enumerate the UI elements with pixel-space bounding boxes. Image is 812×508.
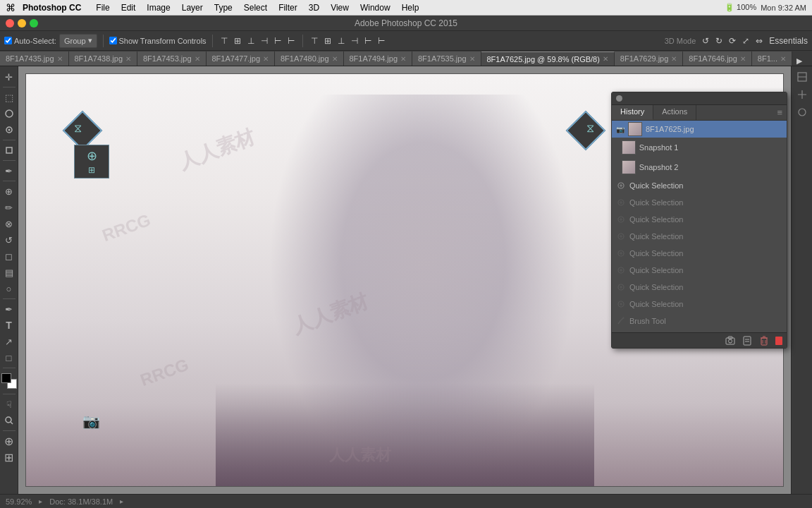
maximize-button[interactable] <box>30 19 38 28</box>
tab-4[interactable]: 8F1A7480.jpg ✕ <box>275 52 344 66</box>
3d-icon-5[interactable]: ⇔ <box>753 35 765 47</box>
panel-title-bar[interactable] <box>612 92 787 105</box>
shape-tool[interactable]: □ <box>1 350 17 365</box>
zoom-tool[interactable] <box>1 413 17 428</box>
history-item-qs4[interactable]: Quick Selection <box>612 228 787 245</box>
brush-tool[interactable]: ✏ <box>1 200 17 215</box>
menu-view[interactable]: View <box>326 1 354 14</box>
panel-icon-3[interactable] <box>794 104 810 120</box>
menu-select[interactable]: Select <box>239 1 272 14</box>
tab-close-1[interactable]: ✕ <box>125 55 131 63</box>
eyedropper-tool[interactable]: ✒ <box>1 163 17 179</box>
history-item-qs8[interactable]: Quick Selection <box>612 296 787 313</box>
history-item-qs7[interactable]: Quick Selection <box>612 279 787 296</box>
extra-tools[interactable]: ⊕ <box>1 433 17 449</box>
actions-tab[interactable]: Actions <box>653 105 696 120</box>
align-vcenter-icon[interactable]: ⊞ <box>232 35 243 47</box>
gradient-tool[interactable]: ▤ <box>1 265 17 280</box>
align-bottom-icon[interactable]: ⊥ <box>245 35 257 47</box>
tab-close-3[interactable]: ✕ <box>263 55 269 63</box>
clone-tool[interactable]: ⊗ <box>1 216 17 231</box>
history-tab[interactable]: History <box>612 105 653 120</box>
tab-6[interactable]: 8F1A7535.jpg ✕ <box>412 52 481 66</box>
tab-close-2[interactable]: ✕ <box>195 55 200 63</box>
tab-9[interactable]: 8F1A7646.jpg ✕ <box>683 52 752 66</box>
rotate-view[interactable]: ⊞ <box>1 449 17 465</box>
path-select-tool[interactable]: ↗ <box>1 334 17 349</box>
distrib-3[interactable]: ⊥ <box>336 35 347 47</box>
tabs-overflow-button[interactable]: ▶ <box>792 56 806 66</box>
distrib-6[interactable]: ⊢ <box>376 35 387 47</box>
align-hcenter-icon[interactable]: ⊢ <box>272 35 283 47</box>
create-snapshot-button[interactable] <box>725 335 736 346</box>
menu-image[interactable]: Image <box>142 1 175 14</box>
pen-tool[interactable]: ✒ <box>1 301 17 317</box>
menu-window[interactable]: Window <box>355 1 395 14</box>
history-item-qs1[interactable]: Quick Selection <box>612 177 787 194</box>
menu-help[interactable]: Help <box>397 1 424 14</box>
history-item-snapshot2[interactable]: · Snapshot 2 <box>612 157 787 177</box>
3d-icon-2[interactable]: ↻ <box>713 35 725 47</box>
history-item-file[interactable]: 📷 8F1A7625.jpg <box>612 121 787 138</box>
menu-edit[interactable]: Edit <box>116 1 141 14</box>
doc-info-arrow[interactable]: ▸ <box>120 497 123 505</box>
distrib-1[interactable]: ⊤ <box>309 35 320 47</box>
marquee-tool[interactable]: ⬚ <box>1 90 17 105</box>
healing-tool[interactable]: ⊕ <box>1 183 17 199</box>
tab-close-0[interactable]: ✕ <box>57 55 63 63</box>
distrib-5[interactable]: ⊢ <box>362 35 374 47</box>
tab-close-8[interactable]: ✕ <box>671 55 677 63</box>
history-item-qs3[interactable]: Quick Selection <box>612 211 787 228</box>
3d-icon-4[interactable]: ⤢ <box>740 35 751 47</box>
align-left-icon[interactable]: ⊣ <box>259 35 270 47</box>
apple-menu[interactable]: ⌘ <box>6 2 16 13</box>
3d-icon-1[interactable]: ↺ <box>700 35 711 47</box>
menu-filter[interactable]: Filter <box>273 1 302 14</box>
show-transform-input[interactable] <box>109 37 117 44</box>
history-item-brush1[interactable]: Brush Tool <box>612 313 787 329</box>
menu-type[interactable]: Type <box>209 1 238 14</box>
delete-state-button[interactable] <box>758 335 770 346</box>
menu-layer[interactable]: Layer <box>177 1 208 14</box>
menu-3d[interactable]: 3D <box>304 1 324 14</box>
group-dropdown[interactable]: Group ▾ <box>59 34 97 48</box>
eraser-tool[interactable]: ◻ <box>1 248 17 264</box>
tab-close-7[interactable]: ✕ <box>603 55 608 63</box>
tab-close-4[interactable]: ✕ <box>332 55 338 63</box>
auto-select-checkbox[interactable]: Auto-Select: <box>4 37 56 45</box>
text-tool[interactable]: T <box>1 318 17 333</box>
history-item-qs5[interactable]: Quick Selection <box>612 245 787 262</box>
align-top-icon[interactable]: ⊤ <box>219 35 230 47</box>
color-swatches[interactable] <box>1 373 17 389</box>
tab-close-10[interactable]: ✕ <box>780 55 786 63</box>
zoom-adjust-button[interactable]: ▸ <box>39 497 42 505</box>
tab-7[interactable]: 8F1A7625.jpg @ 59.8% (RGB/8) ✕ <box>481 52 615 66</box>
panel-icon-1[interactable] <box>794 69 810 85</box>
move-tool[interactable]: ✛ <box>1 69 17 85</box>
panel-close-button[interactable] <box>616 95 622 102</box>
panel-menu-button[interactable]: ≡ <box>773 105 787 120</box>
tab-close-5[interactable]: ✕ <box>400 55 406 63</box>
create-document-button[interactable] <box>742 335 753 346</box>
3d-icon-3[interactable]: ⟳ <box>727 35 738 47</box>
lasso-tool[interactable] <box>1 106 17 121</box>
align-right-icon[interactable]: ⊢ <box>285 35 297 47</box>
tab-3[interactable]: 8F1A7477.jpg ✕ <box>207 52 276 66</box>
quick-select-tool[interactable] <box>1 122 17 138</box>
tab-close-6[interactable]: ✕ <box>469 55 475 63</box>
auto-select-input[interactable] <box>4 37 12 44</box>
tab-0[interactable]: 8F1A7435.jpg ✕ <box>0 52 69 66</box>
minimize-button[interactable] <box>18 19 26 28</box>
crop-tool[interactable] <box>1 143 17 158</box>
distrib-2[interactable]: ⊞ <box>322 35 333 47</box>
history-item-qs6[interactable]: Quick Selection <box>612 262 787 279</box>
distrib-4[interactable]: ⊣ <box>349 35 360 47</box>
tab-2[interactable]: 8F1A7453.jpg ✕ <box>137 52 207 66</box>
tab-5[interactable]: 8F1A7494.jpg ✕ <box>344 52 413 66</box>
menu-file[interactable]: File <box>91 1 114 14</box>
foreground-color[interactable] <box>1 373 11 383</box>
history-item-snapshot1[interactable]: · Snapshot 1 <box>612 138 787 157</box>
tool-widget[interactable]: ⊕ ⊞ <box>74 145 109 179</box>
tab-1[interactable]: 8F1A7438.jpg ✕ <box>69 52 138 66</box>
panel-icon-2[interactable] <box>794 87 810 102</box>
